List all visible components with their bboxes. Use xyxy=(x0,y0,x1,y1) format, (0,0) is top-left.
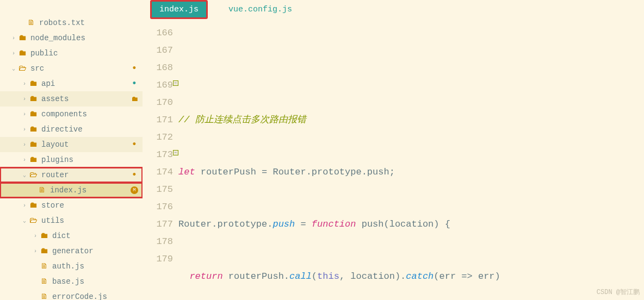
tree-label: public xyxy=(30,49,143,58)
folder-icon: 🖿 xyxy=(28,201,38,210)
tree-folder-directive[interactable]: › 🖿 directive xyxy=(0,122,143,137)
chevron-right-icon: › xyxy=(21,142,28,148)
folder-open-icon: 🗁 xyxy=(28,170,38,180)
tree-folder-router[interactable]: ⌄ 🗁 router xyxy=(0,167,143,183)
code-editor[interactable]: 166 167 168 169− 170 171 172 173− 174 17… xyxy=(143,19,644,300)
tab-index-js[interactable]: index.js xyxy=(150,0,208,19)
code-content[interactable]: // 防止连续点击多次路由报错 let routerPush = Router.… xyxy=(178,24,644,300)
tree-label: generator xyxy=(52,247,143,255)
modified-badge: M xyxy=(131,186,138,194)
folder-icon: 🖿 xyxy=(28,124,38,134)
code-line xyxy=(178,59,644,77)
file-tree-sidebar[interactable]: 🗎 robots.txt › 🖿 node_modules › 🖿 public… xyxy=(0,0,143,300)
tab-vue-config-js[interactable]: vue.config.js xyxy=(221,2,300,17)
line-number: 172 xyxy=(143,129,173,146)
tree-label: plugins xyxy=(41,155,143,164)
line-number: 170 xyxy=(143,94,173,111)
tree-folder-layout[interactable]: › 🖿 layout xyxy=(0,137,143,152)
chevron-down-icon: ⌄ xyxy=(21,172,28,178)
code-line: Router.prototype.push = function push(lo… xyxy=(178,216,644,233)
line-number: 171 xyxy=(143,111,173,129)
folder-icon: 🖿 xyxy=(28,140,38,149)
tree-folder-store[interactable]: › 🖿 store xyxy=(0,198,143,213)
folder-icon: 🖿 xyxy=(28,94,38,104)
tree-file-base-js[interactable]: 🗎 base.js xyxy=(0,274,143,289)
tree-label: directive xyxy=(41,125,143,134)
line-number-gutter: 166 167 168 169− 170 171 172 173− 174 17… xyxy=(143,24,178,300)
tree-label: store xyxy=(41,201,143,210)
tree-folder-node-modules[interactable]: › 🖿 node_modules xyxy=(0,30,143,46)
line-number: 167 xyxy=(143,42,173,59)
folder-icon: 🖿 xyxy=(28,155,38,165)
chevron-right-icon: › xyxy=(32,248,39,254)
chevron-right-icon: › xyxy=(21,203,28,209)
folder-icon: 🖿 xyxy=(39,231,49,241)
chevron-right-icon: › xyxy=(21,96,28,102)
code-line: let routerPush = Router.prototype.push; xyxy=(178,164,644,181)
line-number: 177 xyxy=(143,216,173,233)
line-number: 179 xyxy=(143,251,173,268)
tree-label: api xyxy=(41,79,131,88)
tree-label: dict xyxy=(52,232,143,240)
code-line: // 防止连续点击多次路由报错 xyxy=(178,111,644,129)
folder-icon: 🖿 xyxy=(28,79,38,89)
fold-icon[interactable]: − xyxy=(173,80,178,86)
chevron-down-icon: ⌄ xyxy=(10,65,17,72)
tree-label: index.js xyxy=(50,186,131,195)
tree-folder-utils[interactable]: ⌄ 🗁 utils xyxy=(0,213,143,228)
chevron-right-icon: › xyxy=(32,233,39,239)
tree-label: layout xyxy=(41,140,131,149)
code-line: return routerPush.call(this, location).c… xyxy=(178,268,644,285)
tree-label: auth.js xyxy=(52,262,143,271)
tree-label: utils xyxy=(41,216,143,225)
line-number: 175 xyxy=(143,181,173,198)
folder-icon: 🖿 xyxy=(17,48,27,58)
tree-folder-assets[interactable]: › 🖿 assets 🖿 xyxy=(0,91,143,107)
tree-folder-dict[interactable]: › 🖿 dict xyxy=(0,228,143,243)
chevron-right-icon: › xyxy=(21,111,28,117)
chevron-right-icon: › xyxy=(21,157,28,163)
tree-label: errorCode.js xyxy=(52,292,143,300)
line-number: 174 xyxy=(143,164,173,181)
chevron-right-icon: › xyxy=(21,127,28,133)
tree-file-errorcode-js[interactable]: 🗎 errorCode.js xyxy=(0,289,143,300)
tree-label: src xyxy=(30,64,131,73)
file-icon: 🗎 xyxy=(26,18,36,28)
tree-file-robots[interactable]: 🗎 robots.txt xyxy=(0,15,143,30)
status-dot-icon xyxy=(131,171,138,179)
file-icon: 🗎 xyxy=(39,261,49,271)
tree-folder-plugins[interactable]: › 🖿 plugins xyxy=(0,152,143,167)
tree-label: node_modules xyxy=(30,34,143,42)
watermark: CSDN @智江鹏 xyxy=(597,288,640,297)
file-icon: 🗎 xyxy=(39,292,49,300)
line-number: 168 xyxy=(143,59,173,77)
status-dot-icon xyxy=(131,65,138,72)
status-dot-icon xyxy=(131,80,138,88)
folder-open-icon: 🗁 xyxy=(28,216,38,226)
chevron-down-icon: ⌄ xyxy=(21,217,28,224)
fold-icon[interactable]: − xyxy=(173,150,178,155)
file-icon: 🗎 xyxy=(39,277,49,286)
folder-indicator-icon: 🖿 xyxy=(131,95,138,103)
editor-area: index.js vue.config.js 166 167 168 169− … xyxy=(143,0,644,300)
tree-file-auth-js[interactable]: 🗎 auth.js xyxy=(0,259,143,274)
tree-folder-public[interactable]: › 🖿 public xyxy=(0,46,143,61)
folder-icon: 🖿 xyxy=(39,246,49,256)
tree-label: router xyxy=(41,171,131,179)
tree-label: base.js xyxy=(52,277,143,286)
tree-folder-generator[interactable]: › 🖿 generator xyxy=(0,243,143,259)
line-number: 169− xyxy=(143,77,173,94)
tree-label: robots.txt xyxy=(39,18,143,27)
tree-label: components xyxy=(41,110,143,118)
line-number: 173− xyxy=(143,146,173,164)
chevron-right-icon: › xyxy=(10,51,17,57)
folder-open-icon: 🗁 xyxy=(17,64,27,73)
tree-file-index-js[interactable]: 🗎 index.js M xyxy=(0,183,143,198)
chevron-right-icon: › xyxy=(10,35,17,41)
tree-folder-api[interactable]: › 🖿 api xyxy=(0,76,143,91)
line-number: 166 xyxy=(143,24,173,42)
tree-folder-components[interactable]: › 🖿 components xyxy=(0,107,143,122)
status-dot-icon xyxy=(131,141,138,148)
line-number: 178 xyxy=(143,233,173,251)
tree-folder-src[interactable]: ⌄ 🗁 src xyxy=(0,61,143,76)
